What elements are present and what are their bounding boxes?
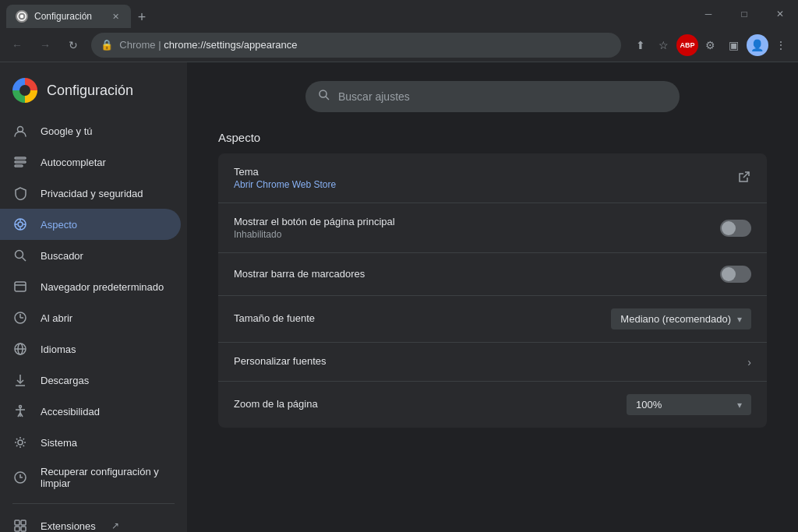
idiomas-icon xyxy=(12,341,28,357)
svg-rect-33 xyxy=(15,527,19,531)
svg-point-12 xyxy=(16,251,23,259)
tab-close-button[interactable]: ✕ xyxy=(109,10,122,23)
forward-button[interactable]: → xyxy=(34,34,56,56)
menu-icon[interactable]: ⋮ xyxy=(770,34,792,56)
sidebar-item-label: Aspecto xyxy=(41,219,77,231)
address-bar: ← → ↻ 🔒 Chrome | chrome://settings/appea… xyxy=(0,28,798,62)
tab-favicon xyxy=(16,10,28,23)
content-area: Aspecto Tema Abrir Chrome Web Store xyxy=(187,62,798,532)
chrome-logo xyxy=(12,78,37,103)
sidebar-item-buscador[interactable]: Buscador xyxy=(0,240,181,271)
share-icon[interactable]: ⬆ xyxy=(630,34,651,56)
extensions-icon[interactable]: ⚙ xyxy=(700,34,722,56)
sidebar-item-privacidad[interactable]: Privacidad y seguridad xyxy=(0,178,181,209)
sistema-icon xyxy=(12,435,28,450)
sidebar-item-label: Sistema xyxy=(41,437,77,449)
omnibox[interactable]: 🔒 Chrome | chrome://settings/appearance xyxy=(91,33,621,58)
refresh-button[interactable]: ↻ xyxy=(62,34,84,56)
sidebar-item-autocompletar[interactable]: Autocompletar xyxy=(0,146,181,178)
sidebar-item-sistema[interactable]: Sistema xyxy=(0,427,181,458)
sidebar-toggle-icon[interactable]: ▣ xyxy=(723,34,745,56)
svg-point-24 xyxy=(19,406,22,408)
search-input[interactable] xyxy=(338,90,667,103)
tab-label: Configuración xyxy=(34,11,92,22)
svg-point-38 xyxy=(320,90,327,97)
bookmarks-content: Mostrar barra de marcadores xyxy=(234,268,708,281)
back-button[interactable]: ← xyxy=(6,34,28,56)
sidebar-item-accesibilidad[interactable]: Accesibilidad xyxy=(0,396,181,427)
recuperar-icon xyxy=(12,470,28,485)
extensiones-icon xyxy=(12,518,28,532)
url-display: Chrome | chrome://settings/appearance xyxy=(119,39,612,51)
font-size-content: Tamaño de fuente xyxy=(234,312,598,326)
bookmarks-toggle[interactable] xyxy=(720,266,751,283)
font-size-value: Mediano (recomendado) xyxy=(620,313,731,325)
sidebar-item-navegador[interactable]: Navegador predeterminado xyxy=(0,271,181,302)
tab-area: Configuración ✕ + xyxy=(6,0,153,28)
sidebar-item-descargas[interactable]: Descargas xyxy=(0,365,181,396)
tema-label: Tema xyxy=(234,166,725,178)
close-button[interactable]: ✕ xyxy=(762,0,798,28)
privacidad-icon xyxy=(12,185,28,201)
settings-tab[interactable]: Configuración ✕ xyxy=(6,5,131,28)
sidebar-title: Configuración xyxy=(47,83,133,99)
main-content: Configuración Google y tú Autocompletar xyxy=(0,62,798,532)
new-tab-button[interactable]: + xyxy=(131,6,153,28)
zoom-content: Zoom de la página xyxy=(234,398,614,411)
alabrir-icon xyxy=(12,310,28,326)
sidebar-item-aspecto[interactable]: Aspecto xyxy=(0,209,181,240)
sidebar-item-label: Buscador xyxy=(41,250,83,262)
settings-row-fonts[interactable]: Personalizar fuentes › xyxy=(218,343,767,382)
sidebar-item-label: Autocompletar xyxy=(41,157,106,168)
accesibilidad-icon xyxy=(12,403,28,419)
bookmark-icon[interactable]: ☆ xyxy=(653,34,675,56)
home-button-sublabel: Inhabilitado xyxy=(234,229,708,240)
maximize-button[interactable]: □ xyxy=(726,0,762,28)
svg-rect-3 xyxy=(15,157,26,159)
svg-rect-5 xyxy=(15,165,23,167)
home-button-toggle[interactable] xyxy=(720,220,751,237)
sidebar-item-alabrir[interactable]: Al abrir xyxy=(0,302,181,333)
svg-line-39 xyxy=(326,97,329,100)
profile-avatar[interactable]: 👤 xyxy=(747,34,768,56)
search-bar[interactable] xyxy=(305,81,680,112)
sidebar: Configuración Google y tú Autocompletar xyxy=(0,62,187,532)
url-prefix: Chrome | xyxy=(119,39,164,51)
navegador-icon xyxy=(12,279,28,294)
fonts-chevron-icon: › xyxy=(747,356,751,368)
bookmarks-label: Mostrar barra de marcadores xyxy=(234,268,708,280)
sidebar-item-label: Recuperar configuración y limpiar xyxy=(41,466,168,489)
buscador-icon xyxy=(12,248,28,263)
lock-icon: 🔒 xyxy=(101,39,113,51)
tema-external-icon[interactable] xyxy=(737,170,751,187)
abp-icon[interactable]: ABP xyxy=(676,34,698,56)
sidebar-item-recuperar[interactable]: Recuperar configuración y limpiar xyxy=(0,458,181,497)
settings-row-font-size: Tamaño de fuente Mediano (recomendado) ▾ xyxy=(218,296,767,343)
settings-row-home-button: Mostrar el botón de página principal Inh… xyxy=(218,203,767,253)
sidebar-item-label: Idiomas xyxy=(41,344,76,355)
svg-rect-34 xyxy=(21,527,26,531)
sidebar-item-label: Al abrir xyxy=(41,312,72,324)
minimize-button[interactable]: ─ xyxy=(690,0,726,28)
svg-rect-14 xyxy=(15,282,26,291)
font-size-label: Tamaño de fuente xyxy=(234,312,598,324)
svg-point-1 xyxy=(20,15,24,19)
svg-rect-31 xyxy=(15,520,19,525)
settings-row-zoom: Zoom de la página 100% ▾ xyxy=(218,382,767,428)
svg-rect-4 xyxy=(15,161,26,163)
sidebar-item-extensiones[interactable]: Extensiones ↗ xyxy=(0,510,181,532)
sidebar-item-idiomas[interactable]: Idiomas xyxy=(0,333,181,365)
external-link-icon: ↗ xyxy=(111,520,119,531)
zoom-dropdown[interactable]: 100% ▾ xyxy=(627,394,751,415)
google-icon xyxy=(12,123,28,139)
sidebar-item-label: Navegador predeterminado xyxy=(41,281,164,293)
sidebar-item-google[interactable]: Google y tú xyxy=(0,115,181,146)
section-title: Aspecto xyxy=(218,131,767,144)
font-size-dropdown[interactable]: Mediano (recomendado) ▾ xyxy=(611,308,751,329)
tema-sublabel[interactable]: Abrir Chrome Web Store xyxy=(234,179,725,190)
toolbar-icons: ⬆ ☆ ABP ⚙ ▣ 👤 ⋮ xyxy=(630,34,792,56)
zoom-dropdown-arrow: ▾ xyxy=(737,400,742,410)
aspecto-icon xyxy=(12,217,28,232)
home-button-content: Mostrar el botón de página principal Inh… xyxy=(234,216,708,240)
dropdown-arrow: ▾ xyxy=(737,314,742,325)
